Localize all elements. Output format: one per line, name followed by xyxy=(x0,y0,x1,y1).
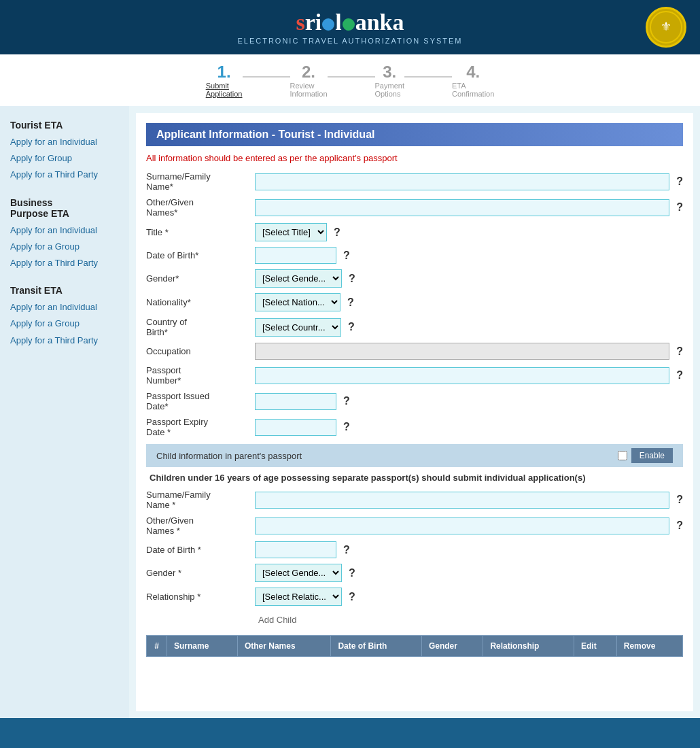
child-relationship-row: Relationship * [Select Relatic... Son Da… xyxy=(146,588,683,606)
step-2-num: 2. xyxy=(302,63,315,82)
steps-bar: 1. SubmitApplication 2. ReviewInformatio… xyxy=(0,54,700,106)
step-1-label: SubmitApplication xyxy=(206,82,243,98)
logo-s: s xyxy=(296,10,304,35)
sidebar-tourist-group[interactable]: Apply for Group xyxy=(0,150,129,167)
child-relationship-help-icon[interactable]: ? xyxy=(349,591,355,603)
child-relationship-select[interactable]: [Select Relatic... Son Daughter xyxy=(255,588,342,606)
surname-input-area: ? xyxy=(255,173,683,190)
add-child-container: Add Child xyxy=(255,611,683,628)
step-connector-3 xyxy=(404,76,452,78)
gender-input-area: [Select Gende... Male Female ? xyxy=(255,269,683,288)
passport-num-help-icon[interactable]: ? xyxy=(676,369,683,381)
child-gender-select[interactable]: [Select Gende... Male Female xyxy=(255,564,342,582)
children-table: # Surname Other Names Date of Birth Gend… xyxy=(146,635,683,657)
table-header-other-names: Other Names xyxy=(237,636,330,657)
add-child-button[interactable]: Add Child xyxy=(255,615,296,625)
passport-expiry-row: Passport ExpiryDate * ? xyxy=(146,417,683,437)
form-warning: All information should be entered as per… xyxy=(146,153,683,163)
child-relationship-label: Relationship * xyxy=(146,592,255,602)
child-dob-input[interactable] xyxy=(255,541,336,558)
given-names-help-icon[interactable]: ? xyxy=(676,201,683,214)
sidebar-business-third-party[interactable]: Apply for a Third Party xyxy=(0,255,129,271)
surname-input[interactable] xyxy=(255,173,669,190)
title-select[interactable]: [Select Title] Mr Mrs Miss Dr xyxy=(255,223,327,241)
child-gender-label: Gender * xyxy=(146,568,255,578)
occupation-help-icon[interactable]: ? xyxy=(676,345,683,358)
nationality-label: Nationality* xyxy=(146,297,255,307)
passport-issued-help-icon[interactable]: ? xyxy=(343,395,350,407)
country-birth-input-area: [Select Countr... ? xyxy=(255,318,683,337)
child-enable-checkbox[interactable] xyxy=(618,451,627,460)
sidebar-tourist-third-party[interactable]: Apply for a Third Party xyxy=(0,167,129,183)
form-title: Applicant Information - Tourist - Indivi… xyxy=(146,123,683,146)
passport-number-input[interactable] xyxy=(255,367,669,384)
passport-issued-row: Passport IssuedDate* ? xyxy=(146,391,683,411)
sidebar-business-individual[interactable]: Apply for an Individual xyxy=(0,222,129,239)
step-3: 3. PaymentOptions xyxy=(375,63,404,98)
table-header-edit: Edit xyxy=(574,636,617,657)
nationality-input-area: [Select Nation... ? xyxy=(255,293,683,311)
given-names-input[interactable] xyxy=(255,199,669,216)
child-dob-help-icon[interactable]: ? xyxy=(343,544,350,556)
child-surname-input[interactable] xyxy=(255,492,669,509)
nationality-help-icon[interactable]: ? xyxy=(347,296,354,309)
title-help-icon[interactable]: ? xyxy=(334,226,340,239)
passport-issued-input-area: ? xyxy=(255,393,683,410)
child-surname-help-icon[interactable]: ? xyxy=(676,494,683,506)
nationality-select[interactable]: [Select Nation... xyxy=(255,293,340,311)
logo-i: i xyxy=(315,10,321,35)
step-2-label: ReviewInformation xyxy=(290,82,328,98)
child-dob-input-area: ? xyxy=(255,541,683,558)
passport-num-input-area: ? xyxy=(255,367,683,384)
sidebar: Tourist ETA Apply for an Individual Appl… xyxy=(0,106,129,718)
passport-expiry-help-icon[interactable]: ? xyxy=(343,421,350,433)
occupation-input[interactable] xyxy=(255,343,669,360)
child-surname-label: Surname/FamilyName * xyxy=(146,490,255,510)
gender-label: Gender* xyxy=(146,273,255,284)
child-given-names-input-area: ? xyxy=(255,517,683,534)
step-4-label: ETAConfirmation xyxy=(452,82,494,98)
step-3-num: 3. xyxy=(383,63,396,82)
sidebar-business-group[interactable]: Apply for a Group xyxy=(0,239,129,255)
main-content: Tourist ETA Apply for an Individual Appl… xyxy=(0,106,700,718)
country-birth-label: Country ofBirth* xyxy=(146,317,255,337)
sidebar-tourist-title: Tourist ETA xyxy=(0,113,129,134)
dob-help-icon[interactable]: ? xyxy=(343,250,350,262)
country-birth-select[interactable]: [Select Countr... xyxy=(255,318,341,337)
sidebar-tourist-individual[interactable]: Apply for an Individual xyxy=(0,134,129,150)
passport-issued-input[interactable] xyxy=(255,393,336,410)
country-birth-help-icon[interactable]: ? xyxy=(348,321,355,333)
title-input-area: [Select Title] Mr Mrs Miss Dr ? xyxy=(255,223,683,241)
svg-text:⚜: ⚜ xyxy=(661,20,671,33)
child-given-names-row: Other/GivenNames * ? xyxy=(146,515,683,536)
step-3-label: PaymentOptions xyxy=(375,82,404,98)
passport-num-row: PassportNumber* ? xyxy=(146,365,683,386)
child-given-names-help-icon[interactable]: ? xyxy=(676,520,683,532)
step-2: 2. ReviewInformation xyxy=(290,63,328,98)
child-enable-button[interactable]: Enable xyxy=(631,448,673,463)
logo-container: srilanka ELECTRONIC TRAVEL AUTHORIZATION… xyxy=(237,10,462,45)
child-gender-row: Gender * [Select Gende... Male Female ? xyxy=(146,564,683,582)
occupation-row: Occupation ? xyxy=(146,343,683,360)
logo-dot2 xyxy=(343,18,355,31)
child-given-names-input[interactable] xyxy=(255,517,669,534)
logo-l: l xyxy=(335,10,341,35)
step-1: 1. SubmitApplication xyxy=(206,63,243,98)
sidebar-transit-third-party[interactable]: Apply for a Third Party xyxy=(0,333,129,349)
passport-issued-label: Passport IssuedDate* xyxy=(146,391,255,411)
surname-help-icon[interactable]: ? xyxy=(676,175,683,188)
header-subtitle: ELECTRONIC TRAVEL AUTHORIZATION SYSTEM xyxy=(237,37,462,45)
sidebar-transit-group[interactable]: Apply for a Group xyxy=(0,316,129,332)
gender-help-icon[interactable]: ? xyxy=(349,273,355,285)
sidebar-transit-individual[interactable]: Apply for an Individual xyxy=(0,299,129,316)
form-area: Applicant Information - Tourist - Indivi… xyxy=(136,113,693,711)
child-header-text: Child information in parent's passport xyxy=(156,451,302,461)
dob-input[interactable] xyxy=(255,247,336,264)
surname-label: Surname/FamilyName* xyxy=(146,171,255,192)
occupation-input-area: ? xyxy=(255,343,683,360)
dob-row: Date of Birth* ? xyxy=(146,247,683,264)
child-gender-help-icon[interactable]: ? xyxy=(349,567,355,579)
gender-select[interactable]: [Select Gende... Male Female xyxy=(255,269,342,288)
passport-expiry-input[interactable] xyxy=(255,419,336,436)
occupation-label: Occupation xyxy=(146,346,255,356)
